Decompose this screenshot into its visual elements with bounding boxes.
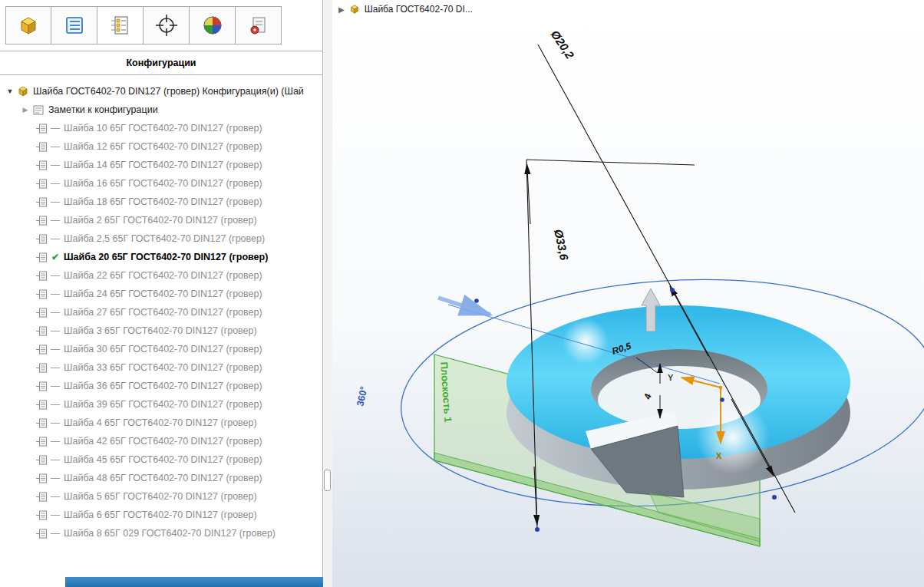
config-item[interactable]: —Шайба 33 65Г ГОСТ6402-70 DIN127 (гровер… xyxy=(0,358,322,377)
config-item[interactable]: —Шайба 22 65Г ГОСТ6402-70 DIN127 (гровер… xyxy=(0,266,322,285)
tab-cam[interactable] xyxy=(236,6,282,45)
tab-propertymanager[interactable] xyxy=(51,6,97,45)
inactive-config-dash-icon: — xyxy=(49,510,61,520)
notes-label: Заметки к конфигурации xyxy=(48,104,158,115)
x-axis-label: X xyxy=(716,451,722,460)
inactive-config-dash-icon: — xyxy=(49,399,61,410)
part-icon xyxy=(17,14,40,37)
config-label: Шайба 42 65Г ГОСТ6402-70 DIN127 (гровер) xyxy=(64,436,262,447)
configuration-icon xyxy=(36,345,49,355)
solidworks-window: Конфигурации ▼ Шайба ГОСТ6402-70 DIN127 … xyxy=(0,0,924,587)
breadcrumb[interactable]: ▶ Шайба ГОСТ6402-70 DI... xyxy=(338,4,473,15)
configuration-icon xyxy=(36,381,49,391)
inactive-config-dash-icon: — xyxy=(49,325,61,336)
config-item[interactable]: —Шайба 27 65Г ГОСТ6402-70 DIN127 (гровер… xyxy=(0,303,322,322)
config-item[interactable]: —Шайба 14 65Г ГОСТ6402-70 DIN127 (гровер… xyxy=(0,156,322,174)
config-label: Шайба 24 65Г ГОСТ6402-70 DIN127 (гровер) xyxy=(64,289,262,299)
tab-featuremanager[interactable] xyxy=(5,6,51,45)
configurations-icon xyxy=(109,14,132,37)
config-item[interactable]: —Шайба 45 65Г ГОСТ6402-70 DIN127 (гровер… xyxy=(0,450,322,469)
panel-splitter[interactable] xyxy=(323,0,332,587)
inactive-config-dash-icon: — xyxy=(49,160,61,170)
config-item[interactable]: —Шайба 4 65Г ГОСТ6402-70 DIN127 (гровер) xyxy=(0,414,322,432)
configuration-icon xyxy=(36,492,49,502)
inactive-config-dash-icon: — xyxy=(49,454,61,465)
configuration-icon xyxy=(36,418,49,428)
breadcrumb-part-icon xyxy=(349,4,360,15)
configuration-icon xyxy=(36,529,49,539)
configuration-icon xyxy=(36,455,49,465)
config-list: —Шайба 10 65Г ГОСТ6402-70 DIN127 (гровер… xyxy=(0,119,322,542)
config-label: Шайба 20 65Г ГОСТ6402-70 DIN127 (гровер) xyxy=(64,252,268,262)
config-item[interactable]: —Шайба 48 65Г ГОСТ6402-70 DIN127 (гровер… xyxy=(0,469,322,487)
tab-dimxpertmanager[interactable] xyxy=(144,6,190,45)
inactive-config-dash-icon: — xyxy=(49,344,61,355)
config-label: Шайба 16 65Г ГОСТ6402-70 DIN127 (гровер) xyxy=(64,178,262,189)
configuration-icon xyxy=(36,142,49,152)
tab-displaymanager[interactable] xyxy=(190,6,236,45)
config-label: Шайба 2,5 65Г ГОСТ6402-70 DIN127 (гровер… xyxy=(64,233,265,244)
configuration-icon xyxy=(36,234,49,244)
configuration-icon xyxy=(36,124,49,134)
config-item[interactable]: —Шайба 12 65Г ГОСТ6402-70 DIN127 (гровер… xyxy=(0,137,322,156)
config-item[interactable]: —Шайба 5 65Г ГОСТ6402-70 DIN127 (гровер) xyxy=(0,487,322,506)
breadcrumb-arrow-icon[interactable]: ▶ xyxy=(338,5,345,14)
configuration-icon xyxy=(36,271,49,281)
config-item[interactable]: —Шайба 6 65Г ГОСТ6402-70 DIN127 (гровер) xyxy=(0,506,322,524)
config-item[interactable]: —Шайба 30 65Г ГОСТ6402-70 DIN127 (гровер… xyxy=(0,340,322,358)
config-label: Шайба 45 65Г ГОСТ6402-70 DIN127 (гровер) xyxy=(64,454,262,465)
config-item[interactable]: —Шайба 3 65Г ГОСТ6402-70 DIN127 (гровер) xyxy=(0,322,322,340)
inactive-config-dash-icon: — xyxy=(49,436,61,447)
configuration-icon xyxy=(36,326,49,336)
configuration-icon xyxy=(36,363,49,373)
inactive-config-dash-icon: — xyxy=(49,233,61,244)
config-label: Шайба 10 65Г ГОСТ6402-70 DIN127 (гровер) xyxy=(64,123,262,134)
tab-configurationmanager[interactable] xyxy=(97,6,144,45)
config-label: Шайба 14 65Г ГОСТ6402-70 DIN127 (гровер) xyxy=(64,160,262,170)
inactive-config-dash-icon: — xyxy=(49,473,61,483)
config-item[interactable]: ✔Шайба 20 65Г ГОСТ6402-70 DIN127 (гровер… xyxy=(0,248,322,266)
inactive-config-dash-icon: — xyxy=(49,215,61,226)
configuration-icon xyxy=(36,252,49,262)
configuration-icon xyxy=(36,510,49,520)
config-item[interactable]: —Шайба 16 65Г ГОСТ6402-70 DIN127 (гровер… xyxy=(0,174,322,193)
config-label: Шайба 18 65Г ГОСТ6402-70 DIN127 (гровер) xyxy=(64,196,262,207)
root-part-icon xyxy=(17,85,29,97)
tree-root-item[interactable]: ▼ Шайба ГОСТ6402-70 DIN127 (гровер) Конф… xyxy=(0,82,322,101)
inactive-config-dash-icon: — xyxy=(49,362,61,373)
specular-highlight xyxy=(563,318,609,364)
specular-highlight xyxy=(696,401,770,474)
config-label: Шайба 4 65Г ГОСТ6402-70 DIN127 (гровер) xyxy=(64,417,257,428)
config-label: Шайба 36 65Г ГОСТ6402-70 DIN127 (гровер) xyxy=(64,381,262,391)
configuration-icon xyxy=(36,160,49,170)
configuration-manager-panel: Конфигурации ▼ Шайба ГОСТ6402-70 DIN127 … xyxy=(0,0,323,587)
configuration-icon xyxy=(36,179,49,189)
config-label: Шайба 2 65Г ГОСТ6402-70 DIN127 (гровер) xyxy=(64,215,257,226)
config-item[interactable]: —Шайба 24 65Г ГОСТ6402-70 DIN127 (гровер… xyxy=(0,285,322,303)
config-item[interactable]: —Шайба 18 65Г ГОСТ6402-70 DIN127 (гровер… xyxy=(0,193,322,211)
config-label: Шайба 33 65Г ГОСТ6402-70 DIN127 (гровер) xyxy=(64,362,262,373)
y-axis-label: Y xyxy=(668,373,674,382)
config-label: Шайба 48 65Г ГОСТ6402-70 DIN127 (гровер) xyxy=(64,473,262,483)
expand-arrow-icon[interactable]: ▼ xyxy=(5,87,15,95)
config-item[interactable]: —Шайба 39 65Г ГОСТ6402-70 DIN127 (гровер… xyxy=(0,395,322,414)
config-item[interactable]: —Шайба 42 65Г ГОСТ6402-70 DIN127 (гровер… xyxy=(0,432,322,450)
feature-tree-icon xyxy=(63,14,86,37)
collapse-arrow-icon[interactable]: ▶ xyxy=(20,106,31,114)
config-label: Шайба 22 65Г ГОСТ6402-70 DIN127 (гровер) xyxy=(64,270,262,281)
config-label: Шайба 27 65Г ГОСТ6402-70 DIN127 (гровер) xyxy=(64,307,262,318)
config-item[interactable]: —Шайба 10 65Г ГОСТ6402-70 DIN127 (гровер… xyxy=(0,119,322,137)
config-label: Шайба 12 65Г ГОСТ6402-70 DIN127 (гровер) xyxy=(64,141,262,152)
config-item[interactable]: —Шайба 36 65Г ГОСТ6402-70 DIN127 (гровер… xyxy=(0,377,322,395)
configuration-icon xyxy=(36,400,49,410)
inactive-config-dash-icon: — xyxy=(49,417,61,428)
splitter-handle[interactable] xyxy=(324,470,331,491)
graphics-area[interactable]: ▶ Шайба ГОСТ6402-70 DI... xyxy=(332,0,924,587)
configuration-icon xyxy=(36,473,49,483)
config-item[interactable]: —Шайба 2 65Г ГОСТ6402-70 DIN127 (гровер) xyxy=(0,211,322,229)
configuration-icon xyxy=(36,437,49,447)
config-item[interactable]: —Шайба 8 65Г 029 ГОСТ6402-70 DIN127 (гро… xyxy=(0,524,322,542)
config-item[interactable]: —Шайба 2,5 65Г ГОСТ6402-70 DIN127 (грове… xyxy=(0,229,322,248)
tree-notes-item[interactable]: ▶ Заметки к конфигурации xyxy=(0,101,322,119)
model-scene[interactable]: 360° Плоскость 1 xyxy=(332,0,924,587)
